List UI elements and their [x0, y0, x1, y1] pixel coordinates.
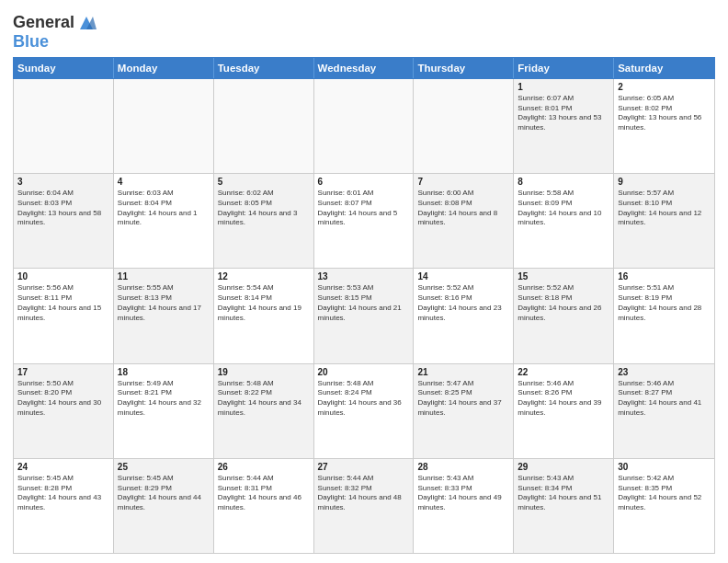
calendar-cell: 15Sunrise: 5:52 AM Sunset: 8:18 PM Dayli… — [514, 269, 614, 362]
day-number: 23 — [618, 367, 711, 377]
calendar-row-4: 24Sunrise: 5:45 AM Sunset: 8:28 PM Dayli… — [14, 459, 714, 553]
day-content: Sunrise: 5:56 AM Sunset: 8:11 PM Dayligh… — [17, 283, 109, 323]
calendar-cell: 21Sunrise: 5:47 AM Sunset: 8:25 PM Dayli… — [414, 364, 514, 458]
calendar-row-2: 10Sunrise: 5:56 AM Sunset: 8:11 PM Dayli… — [14, 269, 714, 363]
day-content: Sunrise: 5:48 AM Sunset: 8:24 PM Dayligh… — [318, 379, 410, 419]
calendar-cell — [114, 79, 214, 173]
header-cell-wednesday: Wednesday — [314, 58, 415, 78]
day-number: 17 — [17, 367, 109, 377]
day-content: Sunrise: 6:05 AM Sunset: 8:02 PM Dayligh… — [618, 94, 711, 133]
day-content: Sunrise: 5:46 AM Sunset: 8:27 PM Dayligh… — [618, 379, 711, 419]
calendar-cell: 29Sunrise: 5:43 AM Sunset: 8:34 PM Dayli… — [514, 459, 614, 553]
day-number: 7 — [417, 177, 509, 187]
calendar-cell — [14, 79, 114, 173]
calendar-body: 1Sunrise: 6:07 AM Sunset: 8:01 PM Daylig… — [13, 79, 715, 554]
day-number: 5 — [218, 177, 310, 187]
day-number: 21 — [417, 367, 509, 377]
logo: General Blue — [13, 13, 97, 52]
day-content: Sunrise: 6:07 AM Sunset: 8:01 PM Dayligh… — [518, 94, 609, 133]
calendar-cell: 10Sunrise: 5:56 AM Sunset: 8:11 PM Dayli… — [14, 269, 114, 362]
calendar-cell: 13Sunrise: 5:53 AM Sunset: 8:15 PM Dayli… — [314, 269, 415, 362]
day-number: 26 — [218, 462, 310, 472]
day-number: 12 — [218, 271, 310, 282]
calendar-row-3: 17Sunrise: 5:50 AM Sunset: 8:20 PM Dayli… — [14, 364, 714, 459]
calendar-cell: 18Sunrise: 5:49 AM Sunset: 8:21 PM Dayli… — [114, 364, 214, 458]
calendar-cell: 16Sunrise: 5:51 AM Sunset: 8:19 PM Dayli… — [614, 269, 714, 362]
calendar-cell: 30Sunrise: 5:42 AM Sunset: 8:35 PM Dayli… — [614, 459, 714, 553]
day-number: 9 — [618, 177, 711, 187]
day-number: 8 — [518, 177, 609, 187]
calendar-cell: 7Sunrise: 6:00 AM Sunset: 8:08 PM Daylig… — [414, 174, 514, 268]
day-content: Sunrise: 6:01 AM Sunset: 8:07 PM Dayligh… — [318, 189, 410, 228]
header-cell-sunday: Sunday — [14, 58, 114, 78]
day-number: 20 — [318, 367, 410, 377]
header-cell-saturday: Saturday — [614, 58, 714, 78]
header-cell-friday: Friday — [514, 58, 614, 78]
calendar-cell — [414, 79, 514, 173]
day-content: Sunrise: 5:49 AM Sunset: 8:21 PM Dayligh… — [118, 379, 210, 419]
day-content: Sunrise: 5:44 AM Sunset: 8:32 PM Dayligh… — [318, 474, 410, 513]
day-content: Sunrise: 5:50 AM Sunset: 8:20 PM Dayligh… — [17, 379, 109, 419]
day-number: 28 — [417, 462, 509, 472]
calendar-cell: 25Sunrise: 5:45 AM Sunset: 8:29 PM Dayli… — [114, 459, 214, 553]
day-content: Sunrise: 5:43 AM Sunset: 8:33 PM Dayligh… — [417, 474, 509, 513]
day-number: 11 — [118, 271, 210, 282]
day-content: Sunrise: 5:52 AM Sunset: 8:16 PM Dayligh… — [417, 283, 509, 323]
day-content: Sunrise: 5:47 AM Sunset: 8:25 PM Dayligh… — [417, 379, 509, 419]
day-content: Sunrise: 5:48 AM Sunset: 8:22 PM Dayligh… — [218, 379, 310, 419]
calendar-cell: 1Sunrise: 6:07 AM Sunset: 8:01 PM Daylig… — [514, 79, 614, 173]
day-content: Sunrise: 5:53 AM Sunset: 8:15 PM Dayligh… — [318, 283, 410, 323]
calendar-cell: 4Sunrise: 6:03 AM Sunset: 8:04 PM Daylig… — [114, 174, 214, 268]
calendar-row-0: 1Sunrise: 6:07 AM Sunset: 8:01 PM Daylig… — [14, 79, 714, 174]
day-content: Sunrise: 6:03 AM Sunset: 8:04 PM Dayligh… — [118, 189, 210, 228]
day-number: 22 — [518, 367, 609, 377]
day-content: Sunrise: 5:51 AM Sunset: 8:19 PM Dayligh… — [618, 283, 711, 323]
calendar-cell: 23Sunrise: 5:46 AM Sunset: 8:27 PM Dayli… — [614, 364, 714, 458]
calendar-cell: 3Sunrise: 6:04 AM Sunset: 8:03 PM Daylig… — [14, 174, 114, 268]
calendar-cell: 19Sunrise: 5:48 AM Sunset: 8:22 PM Dayli… — [214, 364, 314, 458]
day-content: Sunrise: 6:00 AM Sunset: 8:08 PM Dayligh… — [417, 189, 509, 228]
calendar-cell: 27Sunrise: 5:44 AM Sunset: 8:32 PM Dayli… — [314, 459, 415, 553]
day-content: Sunrise: 5:43 AM Sunset: 8:34 PM Dayligh… — [518, 474, 609, 513]
header-cell-tuesday: Tuesday — [214, 58, 314, 78]
calendar-cell: 8Sunrise: 5:58 AM Sunset: 8:09 PM Daylig… — [514, 174, 614, 268]
day-number: 25 — [118, 462, 210, 472]
calendar-cell: 9Sunrise: 5:57 AM Sunset: 8:10 PM Daylig… — [614, 174, 714, 268]
calendar-cell: 24Sunrise: 5:45 AM Sunset: 8:28 PM Dayli… — [14, 459, 114, 553]
day-content: Sunrise: 5:45 AM Sunset: 8:28 PM Dayligh… — [17, 474, 109, 513]
calendar-cell — [314, 79, 415, 173]
calendar-cell: 20Sunrise: 5:48 AM Sunset: 8:24 PM Dayli… — [314, 364, 415, 458]
calendar-cell: 22Sunrise: 5:46 AM Sunset: 8:26 PM Dayli… — [514, 364, 614, 458]
day-content: Sunrise: 5:45 AM Sunset: 8:29 PM Dayligh… — [118, 474, 210, 513]
header-cell-thursday: Thursday — [414, 58, 514, 78]
logo-text-blue: Blue — [13, 33, 97, 52]
calendar-header: SundayMondayTuesdayWednesdayThursdayFrid… — [13, 57, 715, 79]
page: General Blue SundayMondayTuesdayWednesda… — [0, 0, 728, 563]
calendar-cell: 11Sunrise: 5:55 AM Sunset: 8:13 PM Dayli… — [114, 269, 214, 362]
day-number: 30 — [618, 462, 711, 472]
calendar-cell: 17Sunrise: 5:50 AM Sunset: 8:20 PM Dayli… — [14, 364, 114, 458]
day-number: 13 — [318, 271, 410, 282]
logo-icon — [76, 13, 97, 33]
calendar-cell: 26Sunrise: 5:44 AM Sunset: 8:31 PM Dayli… — [214, 459, 314, 553]
header: General Blue — [13, 9, 715, 52]
day-content: Sunrise: 6:02 AM Sunset: 8:05 PM Dayligh… — [218, 189, 310, 228]
calendar-cell: 12Sunrise: 5:54 AM Sunset: 8:14 PM Dayli… — [214, 269, 314, 362]
day-content: Sunrise: 5:42 AM Sunset: 8:35 PM Dayligh… — [618, 474, 711, 513]
calendar-cell: 5Sunrise: 6:02 AM Sunset: 8:05 PM Daylig… — [214, 174, 314, 268]
calendar-row-1: 3Sunrise: 6:04 AM Sunset: 8:03 PM Daylig… — [14, 174, 714, 269]
day-content: Sunrise: 5:52 AM Sunset: 8:18 PM Dayligh… — [518, 283, 609, 323]
day-content: Sunrise: 5:55 AM Sunset: 8:13 PM Dayligh… — [118, 283, 210, 323]
day-number: 24 — [17, 462, 109, 472]
day-number: 27 — [318, 462, 410, 472]
day-number: 15 — [518, 271, 609, 282]
day-number: 1 — [518, 82, 609, 92]
day-content: Sunrise: 6:04 AM Sunset: 8:03 PM Dayligh… — [17, 189, 109, 228]
day-number: 29 — [518, 462, 609, 472]
calendar: SundayMondayTuesdayWednesdayThursdayFrid… — [13, 57, 715, 554]
day-content: Sunrise: 5:54 AM Sunset: 8:14 PM Dayligh… — [218, 283, 310, 323]
calendar-cell: 28Sunrise: 5:43 AM Sunset: 8:33 PM Dayli… — [414, 459, 514, 553]
header-cell-monday: Monday — [114, 58, 214, 78]
day-number: 18 — [118, 367, 210, 377]
day-number: 16 — [618, 271, 711, 282]
